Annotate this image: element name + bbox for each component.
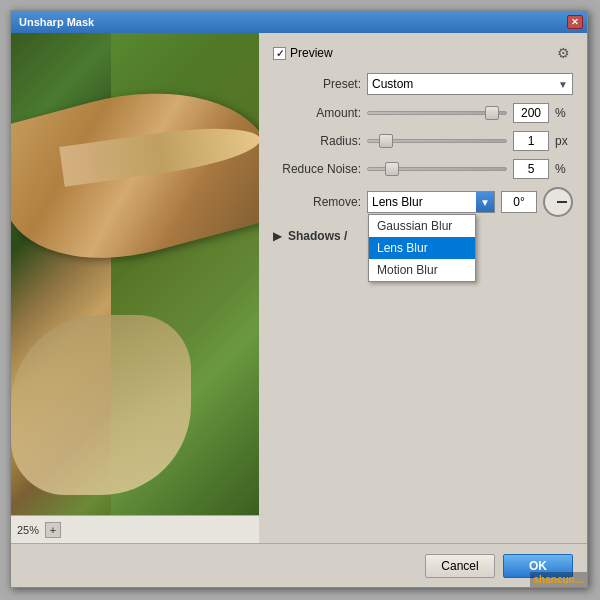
zoom-in-button[interactable]: +: [45, 522, 61, 538]
degree-input[interactable]: 0 °: [501, 191, 537, 213]
title-bar-buttons: ✕: [567, 15, 583, 29]
image-footer: 25% +: [11, 515, 259, 543]
bird-feathers: [11, 315, 191, 495]
radius-slider-track: [367, 139, 507, 143]
dialog-window: Unsharp Mask ✕ 25% +: [10, 10, 588, 588]
angle-dial[interactable]: [543, 187, 573, 217]
remove-dropdown-value: Lens Blur: [368, 195, 476, 209]
preview-left: ✓ Preview: [273, 46, 333, 60]
remove-dropdown[interactable]: Lens Blur ▼ Gaussian Blur Lens Blur Moti…: [367, 191, 495, 213]
amount-label: Amount:: [273, 106, 361, 120]
dropdown-item-gaussian[interactable]: Gaussian Blur: [369, 215, 475, 237]
dropdown-item-motion[interactable]: Motion Blur: [369, 259, 475, 281]
dialog-footer: Cancel OK: [11, 543, 587, 587]
preset-label: Preset:: [273, 77, 361, 91]
image-preview: [11, 33, 259, 515]
degree-symbol: °: [520, 195, 525, 209]
preview-row: ✓ Preview ⚙: [273, 43, 573, 63]
remove-dropdown-arrow-icon: ▼: [480, 197, 490, 208]
preset-row: Preset: Custom ▼: [273, 73, 573, 95]
amount-slider-container[interactable]: [367, 103, 507, 123]
zoom-level: 25%: [17, 524, 39, 536]
shadows-label: Shadows /: [288, 229, 347, 243]
radius-slider-thumb[interactable]: [379, 134, 393, 148]
reduce-noise-input[interactable]: 5: [513, 159, 549, 179]
image-panel: 25% +: [11, 33, 259, 543]
reduce-noise-slider-container[interactable]: [367, 159, 507, 179]
preset-dropdown[interactable]: Custom ▼: [367, 73, 573, 95]
dialog-body: 25% + ✓ Preview ⚙ Preset: Custom: [11, 33, 587, 543]
amount-slider-thumb[interactable]: [485, 106, 499, 120]
reduce-noise-unit: %: [555, 162, 573, 176]
controls-panel: ✓ Preview ⚙ Preset: Custom ▼ Amount:: [259, 33, 587, 543]
amount-unit: %: [555, 106, 573, 120]
reduce-noise-row: Reduce Noise: 5 %: [273, 159, 573, 179]
reduce-noise-slider-thumb[interactable]: [385, 162, 399, 176]
dropdown-item-lens[interactable]: Lens Blur: [369, 237, 475, 259]
amount-input[interactable]: 200: [513, 103, 549, 123]
preset-dropdown-arrow: ▼: [558, 79, 568, 90]
angle-needle: [557, 201, 567, 203]
remove-dropdown-arrow-btn[interactable]: ▼: [476, 192, 494, 212]
radius-row: Radius: 1 px: [273, 131, 573, 151]
shadows-triangle-icon: ▶: [273, 229, 282, 243]
close-button[interactable]: ✕: [567, 15, 583, 29]
remove-label: Remove:: [273, 195, 361, 209]
reduce-noise-label: Reduce Noise:: [273, 162, 361, 176]
remove-dropdown-menu: Gaussian Blur Lens Blur Motion Blur: [368, 214, 476, 282]
radius-unit: px: [555, 134, 573, 148]
gear-button[interactable]: ⚙: [553, 43, 573, 63]
amount-row: Amount: 200 %: [273, 103, 573, 123]
remove-row: Remove: Lens Blur ▼ Gaussian Blur Lens B…: [273, 187, 573, 217]
preset-value: Custom: [372, 77, 413, 91]
preview-checkbox[interactable]: ✓: [273, 47, 286, 60]
checkbox-checkmark: ✓: [276, 48, 284, 59]
preview-label: Preview: [290, 46, 333, 60]
dialog-title: Unsharp Mask: [19, 16, 94, 28]
amount-slider-track: [367, 111, 507, 115]
title-bar: Unsharp Mask ✕: [11, 11, 587, 33]
reduce-noise-slider-track: [367, 167, 507, 171]
radius-input[interactable]: 1: [513, 131, 549, 151]
radius-slider-container[interactable]: [367, 131, 507, 151]
degree-value: 0: [513, 195, 520, 209]
watermark: shancun...: [530, 572, 587, 587]
radius-label: Radius:: [273, 134, 361, 148]
cancel-button[interactable]: Cancel: [425, 554, 495, 578]
